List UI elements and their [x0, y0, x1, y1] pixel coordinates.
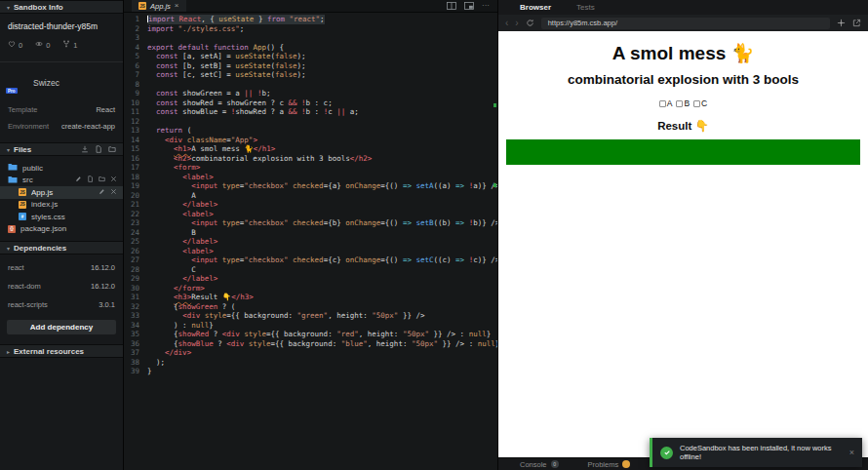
success-check-icon	[660, 447, 673, 459]
code-text: {showBlue ? <div style={{ background: "b…	[147, 339, 497, 349]
delete-icon[interactable]	[110, 188, 117, 197]
css-file-icon: #	[19, 213, 26, 220]
file-row-src[interactable]: src	[0, 175, 123, 187]
file-row-index.js[interactable]: JSindex.js	[0, 199, 123, 212]
tab-appjs[interactable]: JS App.js ×	[132, 0, 186, 12]
code-text: const showRed = showGreen ? c && !b : c;	[147, 98, 333, 108]
dependencies-header[interactable]: ▾ Dependencies	[0, 241, 123, 255]
code-line: 9 const showGreen = a || !b;	[124, 89, 497, 98]
files-header[interactable]: ▾ Files	[0, 142, 123, 156]
file-name: src	[22, 176, 70, 184]
download-icon[interactable]	[81, 145, 89, 153]
code-text: </div>	[147, 348, 191, 358]
open-in-new-window-icon[interactable]	[852, 19, 861, 27]
line-number: 21	[124, 200, 147, 210]
code-line: 19 <input type="checkbox" checked={a} on…	[124, 181, 497, 191]
line-number: 23	[124, 218, 147, 228]
checkbox-B[interactable]	[676, 100, 683, 107]
open-preview-icon[interactable]	[464, 2, 474, 10]
new-file-icon[interactable]	[87, 176, 94, 184]
edit-icon[interactable]	[75, 176, 82, 184]
close-toast-icon[interactable]: ×	[849, 448, 854, 457]
browser-tab-browser[interactable]: Browser	[520, 3, 551, 12]
code-line: 11 const showBlue = !showRed ? a && !b :…	[124, 107, 497, 117]
code-line: 10 const showRed = showGreen ? c && !b :…	[124, 98, 497, 108]
edit-icon[interactable]	[99, 188, 105, 197]
new-folder-icon[interactable]	[108, 145, 116, 153]
add-dependency-button[interactable]: Add dependency	[7, 320, 116, 334]
file-row-styles.css[interactable]: #styles.css	[0, 211, 123, 223]
more-options-icon[interactable]: ···	[482, 2, 490, 10]
preview-title: A smol mess 🐈	[498, 42, 868, 64]
line-number: 5	[124, 52, 147, 61]
sandbox-info-header[interactable]: ▾ Sandbox Info	[0, 0, 123, 14]
forward-icon[interactable]: ›	[515, 19, 518, 28]
delete-icon[interactable]	[110, 176, 117, 184]
new-file-icon[interactable]	[95, 145, 102, 153]
code-text: const showGreen = a || !b;	[147, 89, 270, 98]
code-line: 23 <input type="checkbox" checked={b} on…	[124, 218, 497, 228]
statusbar-item-console[interactable]: Console0	[520, 460, 559, 469]
back-icon[interactable]: ‹	[505, 19, 508, 28]
chevron-right-icon: ▸	[7, 348, 10, 355]
new-folder-icon[interactable]	[99, 176, 105, 184]
file-name: App.js	[31, 188, 94, 197]
code-line: 34 ) : null}	[124, 321, 497, 331]
code-text: <h1>A smol mess 🐈</h1>	[147, 144, 275, 154]
browser-navbar: ‹ › https://y85m.csb.app/	[498, 15, 868, 31]
dependency-name: react-scripts	[8, 300, 48, 309]
checkbox-label-B[interactable]: B	[676, 98, 690, 108]
external-resources-header[interactable]: ▸ External resources	[0, 344, 123, 358]
code-line: 29 </label>	[124, 274, 497, 284]
meta-value: create-react-app	[61, 122, 115, 131]
checkbox-A[interactable]	[659, 100, 666, 107]
js-file-icon: JS	[138, 2, 146, 10]
checkbox-label-A[interactable]: A	[659, 98, 673, 108]
statusbar-item-problems[interactable]: Problems	[588, 460, 631, 469]
file-name: index.js	[31, 200, 117, 209]
browser-tab-tests[interactable]: Tests	[576, 3, 595, 12]
chevron-down-icon: ▾	[7, 146, 10, 153]
code-text: import "./styles.css";	[147, 24, 244, 34]
dependency-react-scripts[interactable]: react-scripts3.0.1	[0, 295, 123, 314]
file-row-public[interactable]: public	[0, 162, 123, 175]
code-line: 7 const [c, setC] = useState(false);	[124, 70, 497, 80]
dependency-react-dom[interactable]: react-dom16.12.0	[0, 277, 123, 295]
url-bar[interactable]: https://y85m.csb.app/	[541, 18, 830, 29]
line-number: 16	[124, 154, 147, 164]
stat-likes[interactable]: 0	[8, 40, 22, 50]
stat-value: 0	[19, 41, 22, 50]
file-row-App.js[interactable]: JSApp.js	[0, 186, 123, 199]
checkbox-C[interactable]	[693, 100, 700, 107]
split-view-icon[interactable]	[447, 2, 456, 10]
refresh-icon[interactable]	[526, 19, 534, 27]
dependency-react[interactable]: react16.12.0	[0, 258, 123, 277]
author-row[interactable]: Pro Swizec	[0, 62, 123, 99]
code-text: <label>	[147, 210, 214, 219]
file-name: package.json	[20, 224, 117, 233]
stat-value: 1	[73, 41, 77, 50]
code-text: B	[147, 228, 196, 238]
dependency-version: 16.12.0	[91, 282, 115, 291]
code-editor[interactable]: 1import React, { useState } from "react"…	[124, 13, 497, 470]
code-line: 8	[124, 80, 497, 90]
stat-forks[interactable]: 1	[62, 40, 77, 50]
meta-value: React	[96, 105, 115, 114]
js-file-icon: JS	[19, 201, 26, 209]
json-file-icon: {}	[8, 225, 16, 233]
file-row-package.json[interactable]: {}package.json	[0, 223, 123, 236]
code-text: <div style={{ background: "green", heigh…	[147, 311, 424, 321]
stat-views[interactable]: 0	[35, 40, 50, 50]
close-tab-icon[interactable]: ×	[175, 2, 179, 10]
code-text: </label>	[147, 200, 217, 210]
browser-pane: BrowserTests ‹ › https://y85m.csb.app/ A…	[497, 0, 868, 470]
line-number: 20	[124, 191, 147, 201]
line-number: 27	[124, 255, 147, 265]
line-number: 34	[124, 321, 147, 331]
line-number: 32	[124, 302, 147, 312]
code-text: const showBlue = !showRed ? a && !b : !c…	[147, 107, 359, 117]
eye-icon	[35, 40, 43, 50]
responsive-mode-icon[interactable]	[837, 19, 846, 27]
checkbox-label-C[interactable]: C	[693, 98, 707, 108]
statusbar-badge: 0	[551, 460, 559, 468]
